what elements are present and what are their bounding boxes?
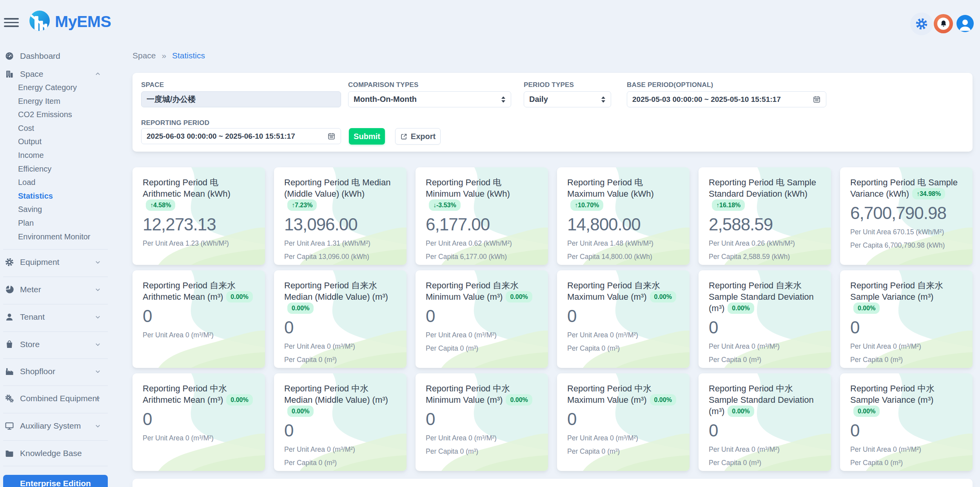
sidebar-subitem-saving[interactable]: Saving [18, 203, 108, 216]
stat-card-detail: Per Unit Area 1.48 (kWh/M²) [567, 239, 679, 248]
chevron-down-icon [95, 369, 101, 375]
monitor-icon [5, 421, 15, 431]
chevron-down-icon [95, 423, 101, 429]
stat-card: Reporting Period 电 Arithmetic Mean (kWh)… [132, 167, 265, 265]
stat-card-detail: Per Capita 0 (m³) [426, 344, 538, 353]
sidebar-subitem-co2-emissions[interactable]: CO2 Emissions [18, 108, 108, 121]
sidebar-subitem-efficiency[interactable]: Efficiency [18, 162, 108, 176]
settings-button[interactable] [910, 13, 933, 35]
sidebar-item-knowledge-base[interactable]: Knowledge Base [0, 444, 111, 462]
sidebar-item-dashboard[interactable]: Dashboard [0, 47, 111, 65]
period-types-select[interactable]: Daily [524, 91, 611, 107]
stat-card-detail: Per Capita 0 (m³) [709, 459, 821, 467]
stat-card-detail: Per Capita 0 (m³) [850, 459, 962, 467]
notifications-button[interactable] [934, 14, 953, 33]
sidebar-item-label: Dashboard [20, 51, 60, 61]
sidebar-item-shopfloor[interactable]: Shopfloor [0, 362, 111, 380]
shopping-bag-icon [5, 340, 15, 349]
stat-card-detail: Per Capita 0 (m³) [284, 459, 396, 467]
sidebar-item-combined-equipment[interactable]: Combined Equipment [0, 389, 111, 407]
stat-card-badge: 0.00% [650, 291, 676, 302]
stat-card-badge: 0.00% [728, 302, 754, 314]
stat-card-value: 12,273.13 [143, 215, 255, 234]
stat-card: Reporting Period 自来水 Minimum Value (m³)0… [416, 270, 548, 368]
sidebar-subitem-cost[interactable]: Cost [18, 121, 108, 135]
sidebar-item-equipment[interactable]: Equipment [0, 253, 111, 271]
stat-card: Reporting Period 中水 Median (Middle Value… [274, 373, 407, 471]
base-period-label: BASE PERIOD(OPTIONAL) [627, 81, 713, 89]
breadcrumb-current[interactable]: Statistics [172, 51, 205, 60]
next-section-panel [132, 479, 973, 487]
stat-card-detail: Per Capita 0 (m³) [567, 447, 679, 456]
stat-card-value: 2,588.59 [709, 215, 821, 234]
stat-card-value: 0 [143, 409, 255, 429]
sidebar-subitem-output[interactable]: Output [18, 135, 108, 148]
sidebar-item-label: Combined Equipment [20, 394, 99, 403]
stat-card-badge: ↑7.23% [287, 199, 317, 211]
stat-card-detail: Per Unit Area 0.26 (kWh/M²) [709, 239, 821, 248]
stat-card: Reporting Period 中水 Maximum Value (m³)0.… [557, 373, 690, 471]
folder-icon [5, 449, 15, 458]
sidebar-item-meter[interactable]: Meter [0, 281, 111, 299]
sidebar-subitem-energy-item[interactable]: Energy Item [18, 94, 108, 108]
stat-card-detail: Per Unit Area 1.23 (kWh/M²) [143, 239, 255, 248]
stat-card-badge: 0.00% [506, 394, 532, 406]
stat-card-title: Reporting Period 电 Median (Middle Value)… [284, 177, 396, 211]
breadcrumb-separator: » [162, 51, 166, 60]
stat-card-detail: Per Unit Area 0 (m³/M²) [143, 434, 255, 442]
stat-card-title: Reporting Period 自来水 Arithmetic Mean (m³… [143, 280, 255, 302]
stat-card-detail: Per Capita 6,700,790.98 (kWh) [850, 241, 962, 250]
sidebar-item-label: Auxiliary System [20, 421, 81, 431]
sidebar-subitem-load[interactable]: Load [18, 176, 108, 189]
enterprise-edition-button[interactable]: Enterprise Edition [3, 475, 108, 487]
sidebar-item-auxiliary-system[interactable]: Auxiliary System [0, 417, 111, 435]
stat-card-value: 0 [709, 421, 821, 440]
stat-card-value: 0 [426, 409, 538, 429]
sidebar-subitem-income[interactable]: Income [18, 148, 108, 162]
export-icon [400, 133, 408, 140]
period-types-label: PERIOD TYPES [524, 81, 574, 89]
stat-card-detail: Per Capita 0 (m³) [567, 344, 679, 353]
stat-card-detail: Per Unit Area 0 (m³/M²) [709, 342, 821, 351]
person-icon [5, 312, 15, 322]
user-avatar-icon[interactable] [956, 15, 974, 32]
stat-card-value: 0 [709, 318, 821, 337]
stat-card-value: 0 [567, 409, 679, 429]
sidebar-divider [3, 413, 108, 413]
reporting-period-label: REPORTING PERIOD [141, 119, 209, 127]
sidebar-item-label: Store [20, 340, 40, 349]
submit-button[interactable]: Submit [349, 128, 385, 145]
stat-card-detail: Per Capita 13,096.00 (kWh) [284, 253, 396, 261]
stat-card: Reporting Period 自来水 Sample Standard Dev… [699, 270, 831, 368]
stat-card-value: 0 [567, 306, 679, 326]
sidebar-item-label: Meter [20, 285, 41, 294]
stat-card: Reporting Period 自来水 Sample Variance (m³… [840, 270, 973, 368]
gear-icon [915, 18, 928, 30]
sidebar-item-store[interactable]: Store [0, 335, 111, 353]
sidebar-subitem-environment-monitor[interactable]: Environment Monitor [18, 230, 108, 244]
stat-card-title: Reporting Period 自来水 Minimum Value (m³)0… [426, 280, 538, 302]
base-period-input[interactable]: 2025-05-03 00:00:00 ~ 2025-05-10 15:51:1… [627, 91, 826, 107]
sidebar-divider [3, 304, 108, 304]
stat-card-badge: ↑16.18% [712, 199, 745, 211]
stat-card-badge: 0.00% [853, 406, 880, 417]
space-input[interactable]: 一度城/办公楼 [141, 91, 341, 107]
chevron-down-icon [95, 259, 101, 265]
stat-card-detail: Per Capita 0 (m³) [850, 356, 962, 364]
comparison-types-select[interactable]: Month-On-Month [348, 91, 511, 107]
sidebar-subitem-energy-category[interactable]: Energy Category [18, 81, 108, 94]
filter-panel: SPACE 一度城/办公楼 COMPARISON TYPES Month-On-… [132, 73, 973, 152]
sidebar-subitem-statistics[interactable]: Statistics [18, 189, 108, 203]
sidebar-item-tenant[interactable]: Tenant [0, 308, 111, 326]
export-button[interactable]: Export [395, 128, 441, 145]
chevron-up-icon [95, 71, 101, 77]
sidebar-subitem-plan[interactable]: Plan [18, 216, 108, 230]
stat-card-title: Reporting Period 自来水 Maximum Value (m³)0… [567, 280, 679, 302]
gears-icon [5, 394, 15, 403]
stat-card-badge: ↑10.70% [570, 199, 603, 211]
sidebar-item-label: Tenant [20, 312, 45, 322]
stat-card-title: Reporting Period 中水 Minimum Value (m³)0.… [426, 383, 538, 406]
reporting-period-input[interactable]: 2025-06-03 00:00:00 ~ 2025-06-10 15:51:1… [141, 128, 341, 144]
select-arrows-icon [601, 96, 606, 103]
stat-card-badge: ↑34.98% [912, 188, 945, 199]
